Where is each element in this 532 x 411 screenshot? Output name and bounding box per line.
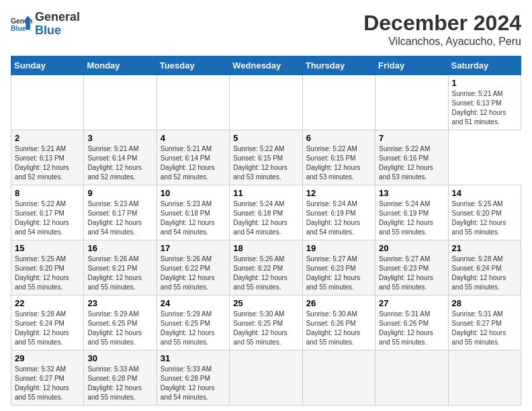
day-info: Sunrise: 5:33 AMSunset: 6:28 PMDaylight:… (161, 365, 226, 402)
day-info: Sunrise: 5:24 AMSunset: 6:19 PMDaylight:… (306, 199, 371, 237)
day-number: 31 (161, 353, 226, 363)
day-number: 29 (15, 353, 80, 363)
calendar-table: SundayMondayTuesdayWednesdayThursdayFrid… (11, 56, 521, 406)
calendar-cell: 6 Sunrise: 5:22 AMSunset: 6:15 PMDayligh… (302, 130, 375, 185)
calendar-cell: 22 Sunrise: 5:28 AMSunset: 6:24 PMDaylig… (11, 295, 84, 351)
day-number: 27 (379, 298, 444, 308)
day-info: Sunrise: 5:24 AMSunset: 6:18 PMDaylight:… (233, 199, 298, 237)
day-info: Sunrise: 5:22 AMSunset: 6:15 PMDaylight:… (306, 144, 371, 182)
day-of-week-header: Wednesday (230, 56, 302, 75)
calendar-cell: 12 Sunrise: 5:24 AMSunset: 6:19 PMDaylig… (302, 185, 375, 240)
day-number: 30 (87, 353, 152, 363)
page-subtitle: Vilcanchos, Ayacucho, Peru (363, 36, 521, 48)
day-of-week-header: Friday (375, 56, 448, 75)
calendar-cell: 14 Sunrise: 5:25 AMSunset: 6:20 PMDaylig… (448, 185, 521, 240)
day-number: 22 (15, 298, 80, 308)
calendar-cell-empty (302, 75, 375, 130)
day-info: Sunrise: 5:31 AMSunset: 6:26 PMDaylight:… (379, 310, 444, 347)
calendar-cell: 21 Sunrise: 5:28 AMSunset: 6:24 PMDaylig… (448, 240, 521, 295)
day-info: Sunrise: 5:22 AMSunset: 6:17 PMDaylight:… (15, 199, 80, 237)
calendar-week-row: 2 Sunrise: 5:21 AMSunset: 6:13 PMDayligh… (11, 130, 521, 185)
calendar-week-row: 15 Sunrise: 5:25 AMSunset: 6:20 PMDaylig… (11, 240, 521, 295)
calendar-cell: 7 Sunrise: 5:22 AMSunset: 6:16 PMDayligh… (375, 130, 448, 185)
calendar-cell: 8 Sunrise: 5:22 AMSunset: 6:17 PMDayligh… (11, 185, 84, 240)
calendar-cell: 24 Sunrise: 5:29 AMSunset: 6:25 PMDaylig… (157, 295, 229, 351)
day-number: 25 (233, 298, 298, 308)
calendar-cell: 16 Sunrise: 5:26 AMSunset: 6:21 PMDaylig… (84, 240, 157, 295)
day-of-week-header: Saturday (448, 56, 521, 75)
calendar-cell-empty (230, 351, 302, 406)
page-title: December 2024 (363, 11, 521, 36)
day-number: 15 (15, 243, 80, 253)
day-number: 4 (161, 133, 226, 143)
day-number: 5 (233, 133, 298, 143)
day-info: Sunrise: 5:21 AMSunset: 6:14 PMDaylight:… (161, 144, 226, 182)
calendar-cell: 18 Sunrise: 5:26 AMSunset: 6:22 PMDaylig… (230, 240, 302, 295)
calendar-week-row: 8 Sunrise: 5:22 AMSunset: 6:17 PMDayligh… (11, 185, 521, 240)
day-info: Sunrise: 5:29 AMSunset: 6:25 PMDaylight:… (161, 310, 226, 347)
calendar-cell-empty (84, 75, 157, 130)
day-number: 11 (233, 188, 298, 198)
calendar-cell: 4 Sunrise: 5:21 AMSunset: 6:14 PMDayligh… (157, 130, 229, 185)
title-block: December 2024 Vilcanchos, Ayacucho, Peru (363, 11, 521, 48)
day-of-week-header: Sunday (11, 56, 84, 75)
day-number: 1 (452, 78, 517, 88)
day-info: Sunrise: 5:33 AMSunset: 6:28 PMDaylight:… (87, 365, 152, 402)
day-info: Sunrise: 5:26 AMSunset: 6:22 PMDaylight:… (161, 255, 226, 292)
day-number: 17 (161, 243, 226, 253)
day-info: Sunrise: 5:28 AMSunset: 6:24 PMDaylight:… (452, 255, 517, 292)
calendar-cell: 13 Sunrise: 5:24 AMSunset: 6:19 PMDaylig… (375, 185, 448, 240)
day-info: Sunrise: 5:21 AMSunset: 6:13 PMDaylight:… (15, 144, 80, 182)
calendar-cell: 26 Sunrise: 5:30 AMSunset: 6:26 PMDaylig… (302, 295, 375, 351)
day-number: 23 (87, 298, 152, 308)
page-header: General Blue General Blue December 2024 … (11, 11, 521, 48)
day-number: 8 (15, 188, 80, 198)
logo: General Blue General Blue (11, 11, 80, 38)
day-info: Sunrise: 5:25 AMSunset: 6:20 PMDaylight:… (452, 199, 517, 237)
day-info: Sunrise: 5:32 AMSunset: 6:27 PMDaylight:… (15, 365, 80, 402)
calendar-week-row: 29 Sunrise: 5:32 AMSunset: 6:27 PMDaylig… (11, 351, 521, 406)
calendar-cell-empty (448, 351, 521, 406)
calendar-week-row: 22 Sunrise: 5:28 AMSunset: 6:24 PMDaylig… (11, 295, 521, 351)
day-number: 18 (233, 243, 298, 253)
day-info: Sunrise: 5:26 AMSunset: 6:22 PMDaylight:… (233, 255, 298, 292)
day-number: 14 (452, 188, 517, 198)
calendar-cell: 19 Sunrise: 5:27 AMSunset: 6:23 PMDaylig… (302, 240, 375, 295)
day-of-week-header: Monday (84, 56, 157, 75)
calendar-cell: 23 Sunrise: 5:29 AMSunset: 6:25 PMDaylig… (84, 295, 157, 351)
calendar-cell: 27 Sunrise: 5:31 AMSunset: 6:26 PMDaylig… (375, 295, 448, 351)
day-info: Sunrise: 5:27 AMSunset: 6:23 PMDaylight:… (306, 255, 371, 292)
calendar-cell-empty (11, 75, 84, 130)
day-info: Sunrise: 5:21 AMSunset: 6:13 PMDaylight:… (452, 89, 517, 127)
calendar-cell: 30 Sunrise: 5:33 AMSunset: 6:28 PMDaylig… (84, 351, 157, 406)
calendar-cell: 11 Sunrise: 5:24 AMSunset: 6:18 PMDaylig… (230, 185, 302, 240)
day-info: Sunrise: 5:30 AMSunset: 6:25 PMDaylight:… (233, 310, 298, 347)
calendar-cell: 25 Sunrise: 5:30 AMSunset: 6:25 PMDaylig… (230, 295, 302, 351)
day-info: Sunrise: 5:30 AMSunset: 6:26 PMDaylight:… (306, 310, 371, 347)
day-info: Sunrise: 5:24 AMSunset: 6:19 PMDaylight:… (379, 199, 444, 237)
calendar-week-row: 1 Sunrise: 5:21 AMSunset: 6:13 PMDayligh… (11, 75, 521, 130)
day-number: 7 (379, 133, 444, 143)
calendar-cell: 5 Sunrise: 5:22 AMSunset: 6:15 PMDayligh… (230, 130, 302, 185)
calendar-cell: 29 Sunrise: 5:32 AMSunset: 6:27 PMDaylig… (11, 351, 84, 406)
day-info: Sunrise: 5:31 AMSunset: 6:27 PMDaylight:… (452, 310, 517, 347)
day-number: 10 (161, 188, 226, 198)
calendar-cell-empty (375, 351, 448, 406)
calendar-cell: 10 Sunrise: 5:23 AMSunset: 6:18 PMDaylig… (157, 185, 229, 240)
day-info: Sunrise: 5:25 AMSunset: 6:20 PMDaylight:… (15, 255, 80, 292)
day-of-week-header: Thursday (302, 56, 375, 75)
day-number: 2 (15, 133, 80, 143)
calendar-cell: 2 Sunrise: 5:21 AMSunset: 6:13 PMDayligh… (11, 130, 84, 185)
day-info: Sunrise: 5:23 AMSunset: 6:18 PMDaylight:… (161, 199, 226, 237)
day-info: Sunrise: 5:26 AMSunset: 6:21 PMDaylight:… (87, 255, 152, 292)
calendar-cell: 28 Sunrise: 5:31 AMSunset: 6:27 PMDaylig… (448, 295, 521, 351)
day-number: 24 (161, 298, 226, 308)
calendar-cell: 20 Sunrise: 5:27 AMSunset: 6:23 PMDaylig… (375, 240, 448, 295)
day-number: 26 (306, 298, 371, 308)
day-info: Sunrise: 5:22 AMSunset: 6:15 PMDaylight:… (233, 144, 298, 182)
day-of-week-header: Tuesday (157, 56, 229, 75)
svg-text:Blue: Blue (11, 25, 26, 32)
calendar-cell-empty (157, 75, 229, 130)
calendar-body: 1 Sunrise: 5:21 AMSunset: 6:13 PMDayligh… (11, 75, 521, 406)
day-info: Sunrise: 5:27 AMSunset: 6:23 PMDaylight:… (379, 255, 444, 292)
